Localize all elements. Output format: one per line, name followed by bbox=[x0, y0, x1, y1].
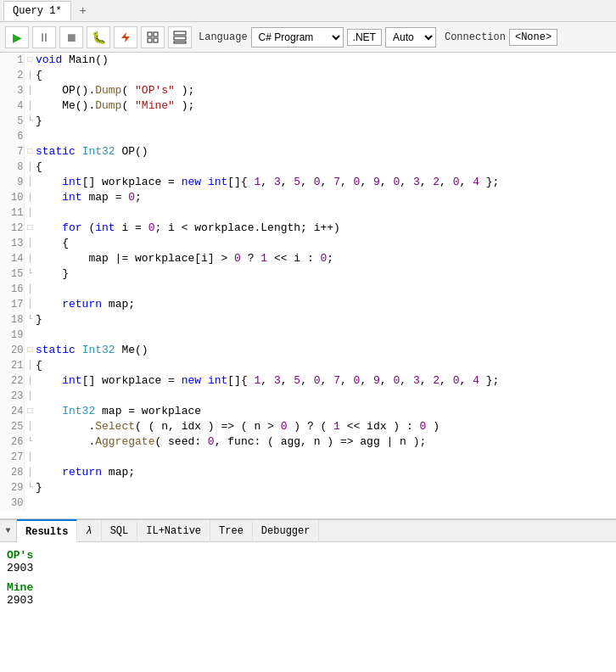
code-line[interactable]: } bbox=[36, 114, 616, 129]
fold-toggle: │ bbox=[24, 205, 36, 221]
tab-results[interactable]: Results bbox=[17, 519, 77, 543]
table-row: 7 □ static Int32 OP() bbox=[0, 144, 616, 160]
grid1-button[interactable] bbox=[141, 26, 165, 48]
line-number: 3 bbox=[0, 83, 24, 98]
code-line[interactable]: return map; bbox=[36, 297, 616, 312]
code-line[interactable]: map |= workplace[i] > 0 ? 1 << i : 0; bbox=[36, 251, 616, 266]
run-button[interactable]: ▶ bbox=[5, 26, 29, 48]
table-row: 29 └ } bbox=[0, 480, 616, 496]
line-number: 5 bbox=[0, 114, 24, 129]
fold-toggle: │ bbox=[24, 236, 36, 251]
table-row: 23 │ bbox=[0, 389, 616, 404]
table-row: 13 │ { bbox=[0, 236, 616, 251]
code-line[interactable] bbox=[36, 129, 616, 144]
fold-toggle[interactable]: □ bbox=[24, 53, 36, 68]
tab-sql[interactable]: SQL bbox=[102, 520, 138, 542]
code-line[interactable]: { bbox=[36, 236, 616, 251]
analyze-button[interactable] bbox=[114, 26, 137, 48]
code-line[interactable] bbox=[36, 450, 616, 465]
code-line[interactable]: Me().Dump( "Mine" ); bbox=[36, 98, 616, 114]
tab-tree[interactable]: Tree bbox=[210, 520, 253, 542]
code-line[interactable]: .Aggregate( seed: 0, func: ( agg, n ) =>… bbox=[36, 434, 616, 450]
fold-toggle: │ bbox=[24, 373, 36, 389]
line-number: 4 bbox=[0, 98, 24, 114]
dotnet-button[interactable]: .NET bbox=[347, 29, 382, 46]
line-number: 25 bbox=[0, 419, 24, 434]
language-select[interactable]: C# Program C# Expression VB Program F# P… bbox=[251, 27, 344, 48]
table-row: 10 │ int map = 0; bbox=[0, 190, 616, 205]
result-value-1: 2903 bbox=[7, 562, 609, 574]
code-line[interactable]: static Int32 OP() bbox=[36, 144, 616, 160]
code-table: 1 □ void Main() 2 │ { 3 │ OP().Dump( "OP… bbox=[0, 53, 616, 511]
svg-rect-4 bbox=[174, 31, 186, 35]
line-number: 11 bbox=[0, 205, 24, 221]
code-line[interactable]: Int32 map = workplace bbox=[36, 404, 616, 419]
result-group-label-2: Mine bbox=[7, 581, 609, 594]
table-row: 3 │ OP().Dump( "OP's" ); bbox=[0, 83, 616, 98]
line-number: 22 bbox=[0, 373, 24, 389]
editor-area[interactable]: 1 □ void Main() 2 │ { 3 │ OP().Dump( "OP… bbox=[0, 53, 616, 519]
code-line[interactable]: int[] workplace = new int[]{ 1, 3, 5, 0,… bbox=[36, 175, 616, 190]
tab-bar: Query 1* + bbox=[0, 0, 616, 22]
line-number: 17 bbox=[0, 297, 24, 312]
grid2-button[interactable] bbox=[168, 26, 192, 48]
table-row: 19 bbox=[0, 328, 616, 343]
query-tab[interactable]: Query 1* bbox=[3, 1, 71, 20]
fold-toggle[interactable]: □ bbox=[24, 343, 36, 358]
fold-toggle: │ bbox=[24, 282, 36, 297]
code-line[interactable]: } bbox=[36, 480, 616, 496]
fold-toggle: │ bbox=[24, 358, 36, 373]
table-row: 24 □ Int32 map = workplace bbox=[0, 404, 616, 419]
tab-lambda[interactable]: λ bbox=[77, 520, 101, 542]
code-line[interactable]: } bbox=[36, 312, 616, 328]
table-row: 22 │ int[] workplace = new int[]{ 1, 3, … bbox=[0, 373, 616, 389]
tab-debugger[interactable]: Debugger bbox=[253, 520, 320, 542]
code-line[interactable]: { bbox=[36, 358, 616, 373]
table-row: 21 │ { bbox=[0, 358, 616, 373]
fold-toggle[interactable]: □ bbox=[24, 144, 36, 160]
line-number: 27 bbox=[0, 450, 24, 465]
line-number: 14 bbox=[0, 251, 24, 266]
code-line[interactable]: int map = 0; bbox=[36, 190, 616, 205]
debug-button[interactable]: 🐛 bbox=[87, 26, 110, 48]
stop-button[interactable]: ⏹ bbox=[59, 26, 83, 48]
svg-rect-3 bbox=[154, 38, 158, 42]
fold-toggle bbox=[24, 328, 36, 343]
auto-select[interactable]: Auto .NET 6 .NET 5 .NET Core 3 bbox=[385, 27, 436, 48]
code-line[interactable] bbox=[36, 282, 616, 297]
collapse-button[interactable]: ▼ bbox=[0, 520, 17, 542]
code-line[interactable] bbox=[36, 496, 616, 511]
code-line[interactable]: } bbox=[36, 266, 616, 282]
fold-toggle[interactable]: □ bbox=[24, 404, 36, 419]
code-line[interactable] bbox=[36, 328, 616, 343]
table-row: 28 │ return map; bbox=[0, 465, 616, 480]
tab-ilnative[interactable]: IL+Native bbox=[137, 520, 210, 542]
pause-button[interactable]: ⏸ bbox=[32, 26, 56, 48]
code-line[interactable]: return map; bbox=[36, 465, 616, 480]
line-number: 16 bbox=[0, 282, 24, 297]
fold-toggle: │ bbox=[24, 450, 36, 465]
table-row: 5 └ } bbox=[0, 114, 616, 129]
code-line[interactable]: { bbox=[36, 160, 616, 175]
fold-toggle: │ bbox=[24, 160, 36, 175]
table-row: 8 │ { bbox=[0, 160, 616, 175]
fold-toggle[interactable]: □ bbox=[24, 221, 36, 236]
add-tab-button[interactable]: + bbox=[73, 3, 93, 20]
code-line[interactable] bbox=[36, 389, 616, 404]
line-number: 19 bbox=[0, 328, 24, 343]
code-line[interactable]: static Int32 Me() bbox=[36, 343, 616, 358]
code-line[interactable]: .Select( ( n, idx ) => ( n > 0 ) ? ( 1 <… bbox=[36, 419, 616, 434]
code-line[interactable]: void Main() bbox=[36, 53, 616, 68]
code-line[interactable]: { bbox=[36, 68, 616, 83]
connection-value[interactable]: <None> bbox=[509, 29, 557, 46]
line-number: 26 bbox=[0, 434, 24, 450]
line-number: 28 bbox=[0, 465, 24, 480]
code-line[interactable]: int[] workplace = new int[]{ 1, 3, 5, 0,… bbox=[36, 373, 616, 389]
fold-toggle: │ bbox=[24, 83, 36, 98]
code-line[interactable]: for (int i = 0; i < workplace.Length; i+… bbox=[36, 221, 616, 236]
fold-toggle bbox=[24, 129, 36, 144]
code-line[interactable] bbox=[36, 205, 616, 221]
table-row: 11 │ bbox=[0, 205, 616, 221]
table-row: 20 □ static Int32 Me() bbox=[0, 343, 616, 358]
code-line[interactable]: OP().Dump( "OP's" ); bbox=[36, 83, 616, 98]
